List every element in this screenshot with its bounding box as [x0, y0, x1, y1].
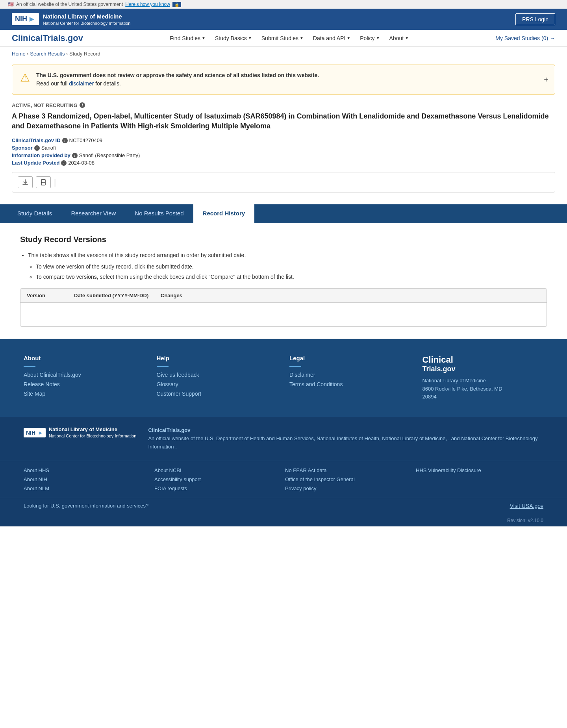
- action-bar: |: [12, 172, 555, 193]
- warning-box: ⚠ The U.S. government does not review or…: [12, 65, 555, 94]
- saved-studies-link[interactable]: My Saved Studies (0) →: [495, 35, 555, 41]
- footer-feedback-link[interactable]: Give us feedback: [157, 372, 278, 378]
- site-title[interactable]: ClinicalTrials.gov: [12, 30, 83, 46]
- footer-logo-col: Clinical Trials.gov National Library of …: [422, 355, 544, 401]
- footer-about-heading: About: [24, 355, 145, 361]
- tab-no-results[interactable]: No Results Posted: [125, 204, 193, 223]
- meta-sponsor: Sponsor i Sanofi: [12, 145, 555, 151]
- footer-help-col: Help Give us feedback Glossary Customer …: [157, 355, 278, 401]
- breadcrumb-current: Study Record: [69, 51, 100, 57]
- nih-logo-box: NIH ►: [12, 13, 39, 25]
- revision-text: Revision: v2.10.0: [507, 518, 543, 523]
- footer-support-link[interactable]: Customer Support: [157, 391, 278, 397]
- versions-table-header: Version Date submitted (YYYY-MM-DD) Chan…: [20, 289, 547, 303]
- col-version: Version: [27, 293, 74, 298]
- footer-bottom: NIH ► National Library of Medicine Natio…: [0, 417, 567, 460]
- study-meta: ClinicalTrials.gov ID i NCT04270409 Spon…: [12, 137, 555, 166]
- info-by-icon[interactable]: i: [72, 153, 78, 158]
- nav-about[interactable]: About ▼: [385, 30, 413, 46]
- instruction-item-3: To compare two versions, select them usi…: [36, 272, 547, 282]
- tab-study-details[interactable]: Study Details: [8, 204, 61, 223]
- footer-nih-box: NIH ►: [24, 428, 46, 437]
- nih-logo: NIH ► National Library of Medicine Natio…: [12, 13, 130, 26]
- record-versions-title: Study Record Versions: [20, 235, 547, 244]
- gov-info-text: Looking for U.S. government information …: [24, 503, 148, 509]
- nav-policy[interactable]: Policy ▼: [356, 30, 384, 46]
- footer-about-nlm[interactable]: About NLM: [24, 485, 151, 491]
- col-changes: Changes: [161, 293, 540, 298]
- action-divider: |: [54, 178, 56, 187]
- footer-privacy-policy[interactable]: Privacy policy: [285, 485, 413, 491]
- flag-icon: 🇺🇸: [8, 2, 14, 7]
- nav-find-studies[interactable]: Find Studies ▼: [166, 30, 209, 46]
- study-basics-arrow-icon: ▼: [248, 36, 252, 40]
- nav-links: Find Studies ▼ Study Basics ▼ Submit Stu…: [166, 30, 413, 46]
- study-status: ACTIVE, NOT RECRUITING i: [12, 102, 555, 108]
- footer-nlm-link[interactable]: National Library of Medicine: [382, 435, 445, 441]
- footer-no-fear[interactable]: No FEAR Act data: [285, 467, 413, 473]
- heres-how-link[interactable]: Here's how you know: [125, 2, 170, 7]
- meta-last-update: Last Update Posted i 2024-03-08: [12, 160, 555, 166]
- main-nav: ClinicalTrials.gov Find Studies ▼ Study …: [0, 30, 567, 47]
- disclaimer-link[interactable]: disclaimer: [69, 80, 94, 87]
- footer-address: National Library of Medicine8600 Rockvil…: [422, 377, 544, 401]
- footer-hhs-vulnerability[interactable]: HHS Vulnerability Disclosure: [416, 467, 543, 473]
- bookmark-button[interactable]: [36, 176, 51, 188]
- revision-bar: Revision: v2.10.0: [0, 514, 567, 526]
- ct-id-info-icon[interactable]: i: [62, 138, 68, 143]
- policy-arrow-icon: ▼: [376, 36, 380, 40]
- warning-text: The U.S. government does not review or a…: [36, 71, 319, 88]
- nih-arrow-icon: ►: [28, 15, 36, 24]
- nav-study-basics[interactable]: Study Basics ▼: [211, 30, 256, 46]
- gov-banner-text: An official website of the United States…: [16, 2, 123, 7]
- tabs-bar: Study Details Researcher View No Results…: [0, 204, 567, 223]
- meta-ct-id: ClinicalTrials.gov ID i NCT04270409: [12, 137, 555, 143]
- gov-info-bar: Looking for U.S. government information …: [0, 498, 567, 514]
- submit-studies-arrow-icon: ▼: [300, 36, 304, 40]
- gov-banner: 🇺🇸 An official website of the United Sta…: [0, 0, 567, 9]
- footer-disclaimer-link[interactable]: Disclaimer: [289, 372, 411, 378]
- footer-release-notes-link[interactable]: Release Notes: [24, 381, 145, 387]
- warning-expand-button[interactable]: +: [544, 75, 548, 84]
- breadcrumb: Home › Search Results › Study Record: [0, 47, 567, 61]
- footer-site-map-link[interactable]: Site Map: [24, 391, 145, 397]
- footer-accessibility[interactable]: Accessibility support: [154, 476, 282, 482]
- footer-inspector-general[interactable]: Office of the Inspector General: [285, 476, 413, 482]
- instruction-item-1: This table shows all the versions of thi…: [28, 250, 547, 260]
- footer-about-hhs[interactable]: About HHS: [24, 467, 151, 473]
- footer-glossary-link[interactable]: Glossary: [157, 381, 278, 387]
- footer-links-bottom: About HHS About NCBI No FEAR Act data HH…: [0, 461, 567, 498]
- versions-table: Version Date submitted (YYYY-MM-DD) Chan…: [20, 288, 547, 327]
- site-header: NIH ► National Library of Medicine Natio…: [0, 9, 567, 30]
- tab-researcher-view[interactable]: Researcher View: [61, 204, 125, 223]
- prs-login-button[interactable]: PRS Login: [515, 13, 555, 25]
- tab-content-wrapper: Study Record Versions This table shows a…: [0, 223, 567, 339]
- footer-terms-link[interactable]: Terms and Conditions: [289, 381, 411, 387]
- nav-data-api[interactable]: Data and API ▼: [309, 30, 354, 46]
- footer-nih-link[interactable]: National Institutes of Health: [317, 435, 379, 441]
- footer-about-nih[interactable]: About NIH: [24, 476, 151, 482]
- footer-legal-underline: [289, 366, 301, 367]
- breadcrumb-search-results[interactable]: Search Results: [30, 51, 65, 57]
- footer-about-underline: [24, 366, 35, 367]
- footer-help-heading: Help: [157, 355, 278, 361]
- footer-about-ncbi[interactable]: About NCBI: [154, 467, 282, 473]
- footer-about-col: About About ClinicalTrials.gov Release N…: [24, 355, 145, 401]
- download-button[interactable]: [18, 176, 33, 188]
- tab-content-record-history: Study Record Versions This table shows a…: [8, 223, 559, 339]
- nav-submit-studies[interactable]: Submit Studies ▼: [258, 30, 308, 46]
- status-info-icon[interactable]: i: [80, 102, 85, 108]
- sponsor-info-icon[interactable]: i: [34, 145, 40, 151]
- tab-record-history[interactable]: Record History: [193, 204, 255, 223]
- breadcrumb-home[interactable]: Home: [12, 51, 26, 57]
- footer-nih-text: National Library of Medicine National Ce…: [49, 426, 137, 439]
- footer-about-ct-link[interactable]: About ClinicalTrials.gov: [24, 372, 145, 378]
- about-arrow-icon: ▼: [405, 36, 409, 40]
- footer-nih-arrow-icon: ►: [38, 430, 43, 436]
- record-instructions: This table shows all the versions of thi…: [20, 250, 547, 282]
- footer-hhs-link[interactable]: U.S. Department of Health and Human Serv…: [205, 435, 314, 441]
- visit-usa-gov-link[interactable]: Visit USA.gov: [510, 503, 543, 509]
- main-content: ⚠ The U.S. government does not review or…: [0, 61, 567, 204]
- last-update-info-icon[interactable]: i: [61, 160, 67, 166]
- footer-foia[interactable]: FOIA requests: [154, 485, 282, 491]
